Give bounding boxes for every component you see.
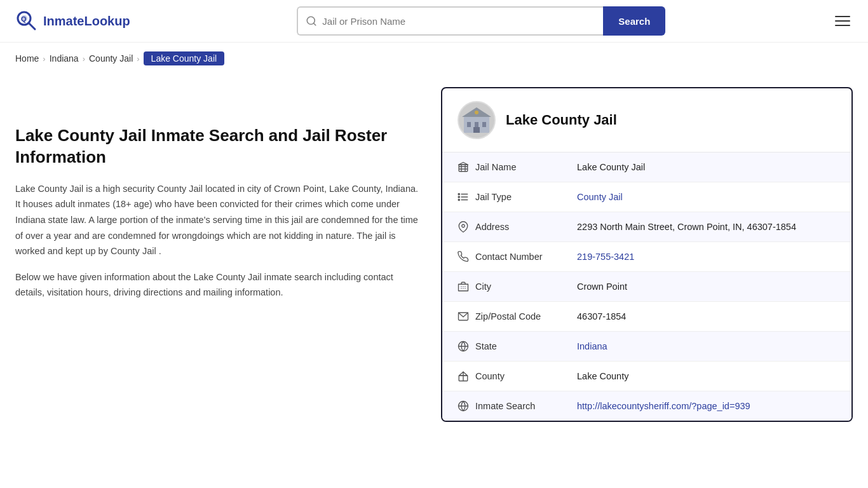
row-label: State (475, 341, 577, 351)
card-jail-name: Lake County Jail (506, 112, 617, 128)
search-globe-icon (458, 400, 475, 412)
search-input[interactable] (322, 16, 595, 27)
breadcrumb-indiana[interactable]: Indiana (50, 53, 79, 64)
breadcrumb: Home › Indiana › County Jail › Lake Coun… (0, 43, 868, 74)
globe-icon (458, 341, 475, 352)
table-row: Address2293 North Main Street, Crown Poi… (442, 212, 851, 242)
city-icon (458, 281, 475, 292)
building-icon (458, 161, 475, 173)
svg-rect-13 (459, 165, 468, 172)
svg-text:Q: Q (21, 15, 27, 23)
row-label: Jail Name (475, 162, 577, 172)
jail-avatar (458, 101, 496, 139)
row-link[interactable]: http://lakecountysheriff.com/?page_id=93… (577, 401, 750, 411)
svg-point-21 (462, 224, 465, 227)
row-label: Inmate Search (475, 401, 577, 411)
page-heading: Lake County Jail Inmate Search and Jail … (15, 125, 422, 168)
table-row: Contact Number219-755-3421 (442, 242, 851, 272)
page-description-1: Lake County Jail is a high security Coun… (15, 181, 422, 259)
left-column: Lake County Jail Inmate Search and Jail … (15, 87, 422, 422)
row-value: Lake County (577, 371, 836, 381)
row-link[interactable]: Indiana (577, 341, 607, 351)
table-row: StateIndiana (442, 332, 851, 362)
table-row: Inmate Searchhttp://lakecountysheriff.co… (442, 391, 851, 421)
search-wrapper (297, 6, 603, 36)
svg-rect-10 (482, 122, 486, 127)
right-column: Lake County Jail Jail NameLake County Ja… (441, 87, 853, 422)
row-label: Address (475, 222, 577, 232)
svg-point-20 (458, 199, 459, 200)
breadcrumb-sep-1: › (43, 54, 45, 64)
row-value[interactable]: County Jail (577, 192, 836, 202)
flag-icon (458, 370, 475, 382)
svg-point-12 (475, 111, 478, 114)
svg-line-2 (29, 23, 35, 29)
menu-icon[interactable] (832, 13, 853, 29)
phone-icon (458, 251, 475, 262)
list-icon (458, 191, 475, 203)
row-value[interactable]: Indiana (577, 341, 836, 351)
row-label: City (475, 281, 577, 292)
breadcrumb-sep-2: › (83, 54, 85, 64)
row-value[interactable]: http://lakecountysheriff.com/?page_id=93… (577, 401, 836, 411)
table-row: Jail TypeCounty Jail (442, 182, 851, 212)
breadcrumb-sep-3: › (137, 54, 139, 64)
info-card: Lake County Jail Jail NameLake County Ja… (441, 87, 853, 422)
svg-point-18 (458, 193, 459, 194)
search-area: Search (297, 6, 665, 36)
table-row: Zip/Postal Code46307-1854 (442, 302, 851, 332)
svg-marker-14 (459, 163, 468, 165)
svg-rect-22 (459, 284, 468, 291)
breadcrumb-home[interactable]: Home (15, 53, 39, 64)
table-row: CountyLake County (442, 362, 851, 391)
svg-line-5 (314, 23, 316, 25)
logo-icon: Q (15, 10, 38, 32)
breadcrumb-current: Lake County Jail (144, 51, 225, 65)
row-value: Lake County Jail (577, 162, 836, 172)
svg-rect-8 (467, 122, 471, 127)
svg-rect-9 (475, 122, 478, 127)
search-icon (306, 15, 317, 27)
row-value: 46307-1854 (577, 311, 836, 322)
row-value: Crown Point (577, 281, 836, 292)
row-label: Contact Number (475, 252, 577, 262)
row-label: Jail Type (475, 192, 577, 202)
table-row: Jail NameLake County Jail (442, 152, 851, 182)
search-button[interactable]: Search (603, 6, 665, 36)
row-link[interactable]: 219-755-3421 (577, 252, 634, 262)
card-header: Lake County Jail (442, 88, 851, 152)
page-description-2: Below we have given information about th… (15, 269, 422, 301)
jail-building-icon (461, 104, 492, 136)
info-rows: Jail NameLake County JailJail TypeCounty… (442, 152, 851, 421)
breadcrumb-county-jail[interactable]: County Jail (89, 53, 133, 64)
location-icon (458, 221, 475, 233)
row-label: County (475, 371, 577, 381)
main-content: Lake County Jail Inmate Search and Jail … (0, 74, 868, 447)
row-value: 2293 North Main Street, Crown Point, IN,… (577, 222, 836, 232)
svg-rect-11 (473, 127, 480, 133)
svg-point-19 (458, 196, 459, 198)
header: Q InmateLookup Search (0, 0, 868, 43)
row-label: Zip/Postal Code (475, 311, 577, 322)
table-row: CityCrown Point (442, 272, 851, 302)
row-value[interactable]: 219-755-3421 (577, 252, 836, 262)
logo[interactable]: Q InmateLookup (15, 10, 130, 32)
logo-text: InmateLookup (43, 14, 130, 29)
mail-icon (458, 311, 475, 322)
row-link[interactable]: County Jail (577, 192, 623, 202)
